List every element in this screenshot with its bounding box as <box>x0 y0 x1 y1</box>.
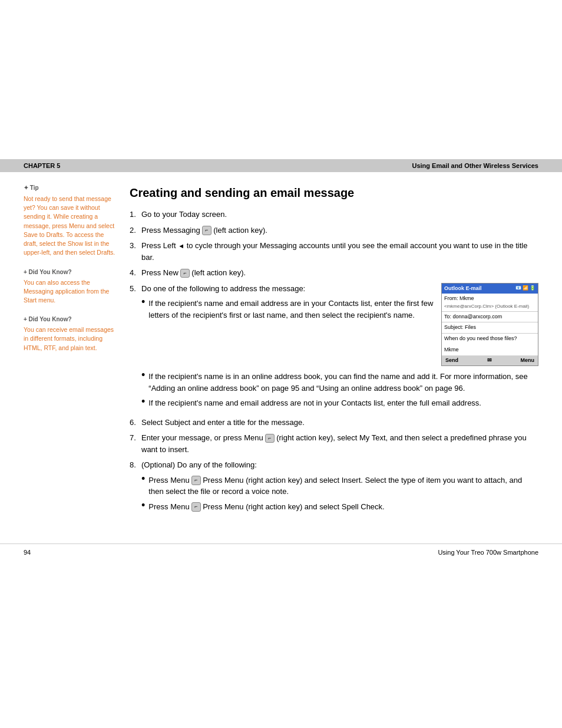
did-you-know-block-2: + Did You Know? You can receive email me… <box>24 315 118 353</box>
did-you-know-label-2: + Did You Know? <box>24 315 118 324</box>
phone-send-button[interactable]: Send <box>445 357 458 365</box>
step-5-content: Do one of the following to address the m… <box>141 283 538 413</box>
did-you-know-label-1: + Did You Know? <box>24 268 118 276</box>
bullet-dot-4: • <box>141 473 145 484</box>
bullet-text-3: If the recipient's name and email addres… <box>148 397 481 409</box>
step-6-text: Select Subject and enter a title for the… <box>141 417 538 429</box>
page-footer: 94 Using Your Treo 700w Smartphone <box>0 543 562 561</box>
step-4: 4. Press New ⌐ (left action key). <box>130 267 538 279</box>
bullet-dot-1: • <box>141 297 145 307</box>
bullet-dot-2: • <box>141 370 145 380</box>
phone-titlebar-icons: 📧 📶 🔋 <box>515 285 535 292</box>
phone-body: When do you need those files? Mkme <box>442 334 538 355</box>
bullet-text-1: If the recipient's name and email addres… <box>148 298 435 321</box>
plus-icon-2: + <box>24 316 27 322</box>
step-6-num: 6. <box>130 417 141 429</box>
footer-title: Using Your Treo 700w Smartphone <box>438 549 538 556</box>
step-5-num: 5. <box>130 283 141 295</box>
step-8: 8. (Optional) Do any of the following: •… <box>130 459 538 516</box>
step-5-area: Do one of the following to address the m… <box>141 283 538 367</box>
step-5-text: Do one of the following to address the m… <box>141 283 435 367</box>
step-8-bullet-2: • Press Menu ⌐ Press Menu (right action … <box>141 501 538 513</box>
step-1-text: Go to your Today screen. <box>141 209 538 220</box>
did-you-know-text-2: You can receive email messages in differ… <box>24 325 118 353</box>
did-you-know-text-1: You can also access the Messaging applic… <box>24 278 118 305</box>
step-1-num: 1. <box>130 209 141 220</box>
step-5-intro: Do one of the following to address the m… <box>141 283 435 295</box>
step-8-content: (Optional) Do any of the following: • Pr… <box>141 459 538 516</box>
step-1: 1. Go to your Today screen. <box>130 209 538 220</box>
phone-to-field: To: donna@arxcorp.com <box>442 312 538 323</box>
phone-signature: Mkme <box>444 346 535 354</box>
chapter-title: Using Email and Other Wireless Services <box>412 162 539 169</box>
phone-screenshot-container: Outlook E-mail 📧 📶 🔋 From: Mkme <box>441 283 538 367</box>
phone-icon-2: 📶 <box>523 285 528 292</box>
phone-from-field: From: Mkme <mkme@arxCorp.Clm> (Outlook E… <box>442 294 538 312</box>
content-area: ✦ Tip Not ready to send that message yet… <box>0 184 562 520</box>
step-3-suffix: to cycle through your Messaging accounts… <box>141 241 527 262</box>
step-5: 5. Do one of the following to address th… <box>130 283 538 413</box>
bullet-text-2: If the recipient's name is in an online … <box>148 371 538 394</box>
page-number: 94 <box>24 549 31 556</box>
step-6: 6. Select Subject and enter a title for … <box>130 417 538 429</box>
phone-icon-1: 📧 <box>515 285 521 292</box>
main-content: Creating and sending an email message 1.… <box>130 184 538 520</box>
phone-title: Outlook E-mail <box>444 285 482 293</box>
step-3-text: Press Left ◄ to cycle through your Messa… <box>141 240 538 263</box>
step-7-num: 7. <box>130 432 141 444</box>
step-3: 3. Press Left ◄ to cycle through your Me… <box>130 240 538 263</box>
phone-from-label: From: Mkme <box>444 295 535 303</box>
menu-key-icon-7: ⌐ <box>265 434 274 443</box>
left-arrow-icon: ◄ <box>178 241 184 251</box>
phone-titlebar: Outlook E-mail 📧 📶 🔋 <box>442 284 538 294</box>
step-8-bullets: • Press Menu ⌐ Press Menu (right action … <box>141 475 538 513</box>
chapter-bar: CHAPTER 5 Using Email and Other Wireless… <box>0 159 562 172</box>
tip-text-1: Not ready to send that message yet? You … <box>24 195 118 258</box>
messaging-key-icon: ⌐ <box>202 226 211 235</box>
step-2-suffix: (left action key). <box>211 226 267 235</box>
phone-envelope-icon: ✉ <box>487 357 492 365</box>
phone-subject-field: Subject: Files <box>442 322 538 334</box>
step-7-suffix: (right action key), select My Text, and … <box>141 433 527 454</box>
bullet-text-4: Press Menu ⌐ Press Menu (right action ke… <box>148 475 538 498</box>
step-8-num: 8. <box>130 459 141 471</box>
step-7: 7. Enter your message, or press Menu ⌐ (… <box>130 432 538 455</box>
plus-icon-1: + <box>24 269 27 275</box>
bullet-item-2: • If the recipient's name is in an onlin… <box>141 371 538 394</box>
phone-from-detail: <mkme@arxCorp.Clm> (Outlook E-mail) <box>444 303 535 310</box>
step-7-text: Enter your message, or press Menu ⌐ (rig… <box>141 432 538 455</box>
step-8-intro: (Optional) Do any of the following: <box>141 459 538 471</box>
step-4-suffix: (left action key). <box>190 268 246 277</box>
tip-block-1: ✦ Tip Not ready to send that message yet… <box>24 184 118 258</box>
did-you-know-block-1: + Did You Know? You can also access the … <box>24 268 118 305</box>
step-2-num: 2. <box>130 225 141 236</box>
bullet-dot-3: • <box>141 396 145 407</box>
step-8-bullet-1: • Press Menu ⌐ Press Menu (right action … <box>141 475 538 498</box>
star-icon: ✦ <box>24 185 28 191</box>
section-title: Creating and sending an email message <box>130 184 538 202</box>
bullet-item-1: • If the recipient's name and email addr… <box>141 298 435 321</box>
bullet-text-5: Press Menu ⌐ Press Menu (right action ke… <box>148 501 384 513</box>
chapter-label: CHAPTER 5 <box>24 162 60 169</box>
step-2-text: Press Messaging ⌐ (left action key). <box>141 225 538 236</box>
step-4-text: Press New ⌐ (left action key). <box>141 267 538 279</box>
phone-screenshot: Outlook E-mail 📧 📶 🔋 From: Mkme <box>441 283 538 367</box>
phone-subject-label: Subject: Files <box>444 324 476 330</box>
phone-bottombar: Send ✉ Menu <box>442 355 538 366</box>
step-4-num: 4. <box>130 267 141 279</box>
sidebar: ✦ Tip Not ready to send that message yet… <box>24 184 118 520</box>
new-key-icon: ⌐ <box>180 269 189 278</box>
step-2: 2. Press Messaging ⌐ (left action key). <box>130 225 538 236</box>
phone-to-label: To: donna@arxcorp.com <box>444 314 502 319</box>
step-3-num: 3. <box>130 240 141 252</box>
bullet-dot-5: • <box>141 500 145 510</box>
step-5-bullets: • If the recipient's name and email addr… <box>141 298 435 321</box>
tip-header-1: ✦ Tip <box>24 184 118 192</box>
phone-menu-button[interactable]: Menu <box>520 357 534 365</box>
page: CHAPTER 5 Using Email and Other Wireless… <box>0 159 562 728</box>
phone-body-text: When do you need those files? <box>444 335 535 343</box>
step-5-remaining-bullets: • If the recipient's name is in an onlin… <box>141 371 538 409</box>
bullet-item-3: • If the recipient's name and email addr… <box>141 397 538 409</box>
menu-key-icon-8b: ⌐ <box>191 502 200 512</box>
phone-icon-3: 🔋 <box>530 285 535 292</box>
